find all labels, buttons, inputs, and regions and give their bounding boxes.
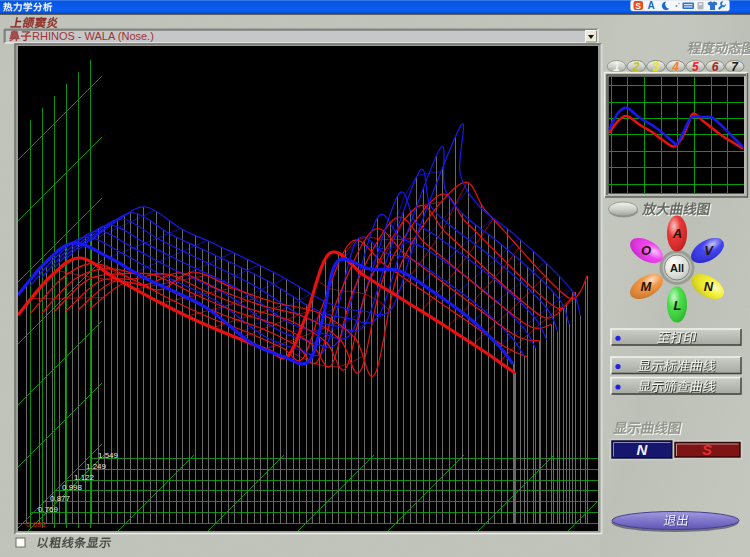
svg-text:N: N (637, 441, 649, 458)
svg-text:All: All (670, 262, 684, 274)
svg-text:N: N (704, 279, 714, 294)
svg-text:5: 5 (692, 60, 699, 74)
svg-text:1: 1 (613, 60, 620, 74)
svg-text:6: 6 (712, 60, 719, 74)
svg-text:0.691: 0.691 (26, 520, 47, 529)
svg-text:S: S (702, 442, 712, 458)
svg-text:0.877: 0.877 (50, 494, 71, 503)
svg-text:O: O (641, 243, 651, 258)
svg-text:4: 4 (671, 60, 679, 74)
svg-text:RHINOS - WALA (Nose.): RHINOS - WALA (Nose.) (32, 30, 154, 42)
svg-text:1.549: 1.549 (98, 451, 119, 460)
svg-text:1.249: 1.249 (86, 462, 107, 471)
svg-text:V: V (704, 243, 714, 258)
svg-text:M: M (641, 279, 653, 294)
svg-text:1.122: 1.122 (74, 473, 95, 482)
svg-text:S: S (635, 1, 641, 11)
svg-text:L: L (674, 298, 682, 313)
svg-text:A: A (647, 0, 654, 11)
svg-text:0.769: 0.769 (38, 505, 59, 514)
svg-text:2: 2 (632, 60, 640, 74)
svg-text:3: 3 (653, 60, 660, 74)
svg-text:A: A (672, 226, 682, 241)
svg-text:0.998: 0.998 (62, 483, 83, 492)
